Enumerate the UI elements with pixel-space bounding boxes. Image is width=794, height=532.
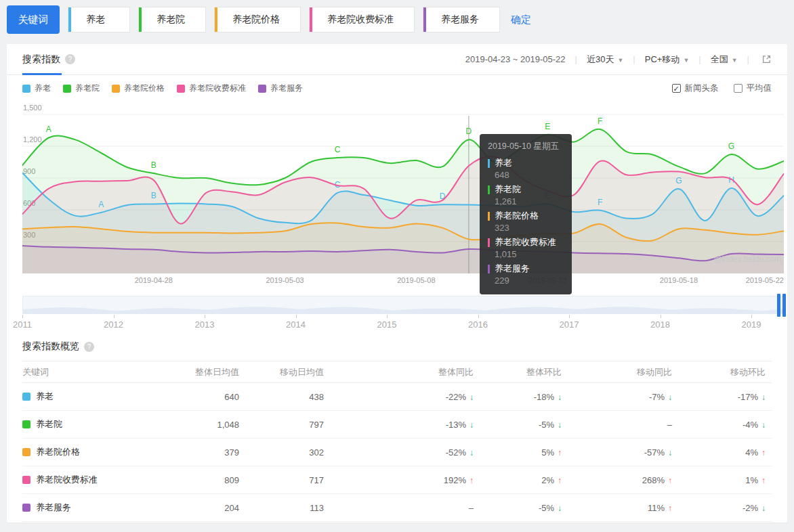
legend-item[interactable]: 养老 xyxy=(22,83,51,94)
keyword-name: 养老院收费标准 xyxy=(36,474,98,486)
trend-percent: 1% xyxy=(745,475,758,485)
legend-item[interactable]: 养老院价格 xyxy=(112,83,165,94)
svg-text:A: A xyxy=(98,200,104,209)
range-select[interactable]: 近30天▼ xyxy=(587,53,623,66)
trend-percent: -4% xyxy=(743,420,758,430)
avg-value-cell: 113 xyxy=(239,503,324,513)
legend-swatch xyxy=(177,85,185,93)
tooltip-keyword: 养老院收费标准 xyxy=(488,236,564,248)
keyword-swatch xyxy=(22,393,30,401)
legend-label: 养老服务 xyxy=(270,83,303,94)
keyword-cell: 养老院 xyxy=(22,418,192,430)
year-label: 2013 xyxy=(195,319,215,330)
confirm-button[interactable]: 确定 xyxy=(511,14,531,26)
table-row: 养老院1,048797-13%↓-5%↓–-4%↓ xyxy=(22,411,772,439)
trend-cell: – xyxy=(562,420,672,430)
avg-value-cell: 809 xyxy=(192,475,239,485)
trend-cell: 4%↑ xyxy=(672,447,766,458)
tab-search-index[interactable]: 搜索指数 ? xyxy=(22,44,75,74)
keyword-input[interactable]: 养老服务 xyxy=(423,7,500,32)
keyword-text: 养老服务 xyxy=(441,14,479,26)
overview-table: 关键词整体日均值移动日均值整体同比整体环比移动同比移动环比养老640438-22… xyxy=(22,361,772,522)
chart-canvas[interactable]: 3006009001,2001,500ABCDEFGHABCDEFG2019-0… xyxy=(22,105,784,288)
column-header: 整体环比 xyxy=(474,366,562,378)
arrow-up-icon: ↑ xyxy=(761,448,766,458)
keyword-name: 养老 xyxy=(36,391,54,403)
divider: | xyxy=(575,54,577,64)
year-tick xyxy=(205,315,205,318)
avg-value-cell: 797 xyxy=(239,420,324,430)
legend-label: 养老院 xyxy=(75,83,100,94)
table-header-row: 关键词整体日均值移动日均值整体同比整体环比移动同比移动环比 xyxy=(22,361,772,383)
device-select[interactable]: PC+移动▼ xyxy=(645,53,690,66)
date-range[interactable]: 2019-04-23 ~ 2019-05-22 xyxy=(465,54,566,64)
year-tick xyxy=(296,315,297,318)
keyword-input[interactable]: 养老院价格 xyxy=(214,7,301,32)
trend-cell: -52%↓ xyxy=(324,447,474,458)
year-label: 2011 xyxy=(13,319,32,330)
legend-item[interactable]: 养老院收费标准 xyxy=(177,83,246,94)
external-link-icon[interactable] xyxy=(761,54,772,64)
checkbox-checked-icon: ✓ xyxy=(672,84,681,93)
chevron-down-icon: ▼ xyxy=(732,57,738,64)
keyword-input[interactable]: 养老院 xyxy=(138,7,206,32)
keyword-name: 养老院 xyxy=(36,418,62,430)
tooltip-item: 养老院1,261 xyxy=(488,183,564,206)
tooltip-value: 1,261 xyxy=(495,196,564,206)
avg-value-cell: 302 xyxy=(239,447,324,458)
tooltip-item: 养老648 xyxy=(488,157,564,180)
help-icon[interactable]: ? xyxy=(84,342,94,352)
trend-cell: -5%↓ xyxy=(474,503,562,513)
overview-title: 搜索指数概览 xyxy=(22,340,79,353)
keyword-swatch xyxy=(22,504,30,512)
legend-label: 养老 xyxy=(35,83,51,94)
keyword-swatch xyxy=(22,420,30,428)
overview-section: 搜索指数概览 ? 关键词整体日均值移动日均值整体同比整体环比移动同比移动环比养老… xyxy=(22,340,772,522)
active-tab-indicator xyxy=(22,73,62,75)
trend-percent: 4% xyxy=(745,447,758,458)
timeline-slider[interactable] xyxy=(22,296,784,314)
arrow-down-icon: ↓ xyxy=(761,504,766,513)
year-label: 2012 xyxy=(104,319,123,330)
tooltip-color-chip xyxy=(488,185,490,194)
legend-item[interactable]: 养老院 xyxy=(63,83,100,94)
keyword-button[interactable]: 关键词 xyxy=(7,5,60,34)
tooltip-items: 养老648养老院1,261养老院价格323养老院收费标准1,015养老服务229 xyxy=(488,157,564,286)
trend-percent: -18% xyxy=(534,392,554,402)
divider: | xyxy=(698,54,701,64)
trend-percent: -17% xyxy=(738,392,758,402)
legend-item[interactable]: 养老服务 xyxy=(258,83,303,94)
trend-percent: -13% xyxy=(446,420,466,430)
slider-handle[interactable] xyxy=(775,294,786,317)
news-headline-checkbox[interactable]: ✓ 新闻头条 xyxy=(672,83,719,94)
watermark: @index.baidu.com xyxy=(713,254,781,264)
trend-cell: -18%↓ xyxy=(474,392,562,402)
chevron-down-icon: ▼ xyxy=(617,57,623,64)
keyword-name: 养老服务 xyxy=(36,502,71,514)
trend-cell: -57%↓ xyxy=(562,447,672,458)
svg-text:1,500: 1,500 xyxy=(23,105,42,112)
keyword-text: 养老院收费标准 xyxy=(327,14,394,26)
chart-header: 搜索指数 ? 2019-04-23 ~ 2019-05-22 | 近30天▼ |… xyxy=(7,44,787,75)
region-select[interactable]: 全国▼ xyxy=(711,53,738,66)
trend-percent: -22% xyxy=(446,392,466,402)
average-checkbox[interactable]: 平均值 xyxy=(734,83,772,94)
avg-value-cell: 379 xyxy=(192,447,239,458)
table-row: 养老服务204113–-5%↓11%↑-2%↓ xyxy=(22,494,772,522)
svg-text:B: B xyxy=(151,160,156,170)
trend-percent: -5% xyxy=(539,420,554,430)
trend-cell: -17%↓ xyxy=(672,392,766,402)
trend-percent: -57% xyxy=(644,447,665,458)
avg-value-cell: 717 xyxy=(239,475,324,485)
trend-chart[interactable]: 3006009001,2001,500ABCDEFGHABCDEFG2019-0… xyxy=(22,105,784,288)
svg-text:1,200: 1,200 xyxy=(23,135,42,143)
trend-percent: -7% xyxy=(649,392,665,402)
keyword-input[interactable]: 养老 xyxy=(68,7,130,32)
tooltip-keyword: 养老 xyxy=(488,157,564,169)
tooltip-keyword: 养老院 xyxy=(488,183,564,196)
avg-value-cell: 204 xyxy=(192,503,239,513)
keyword-cell: 养老院价格 xyxy=(22,446,192,458)
keyword-input[interactable]: 养老院收费标准 xyxy=(309,7,415,32)
help-icon[interactable]: ? xyxy=(65,54,75,64)
chart-legend: 养老养老院养老院价格养老院收费标准养老服务 xyxy=(22,83,315,94)
